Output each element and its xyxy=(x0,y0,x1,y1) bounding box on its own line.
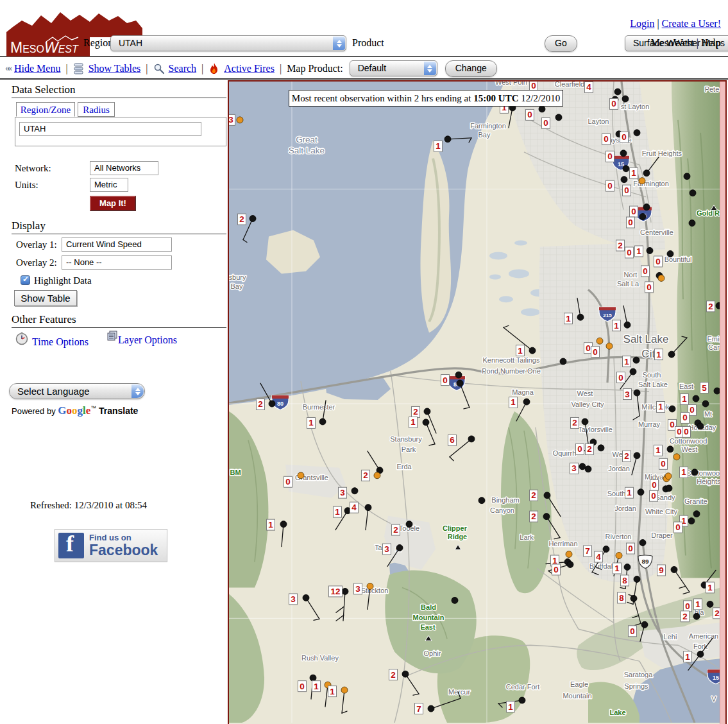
station-dot[interactable] xyxy=(623,166,629,172)
station-dot[interactable] xyxy=(606,343,613,349)
station-dot[interactable] xyxy=(624,564,631,570)
search-link[interactable]: Search xyxy=(169,63,197,74)
station-dot[interactable] xyxy=(269,401,275,407)
station-dot[interactable] xyxy=(402,671,409,677)
station-dot[interactable] xyxy=(457,380,463,386)
time-options-link[interactable]: Time Options xyxy=(32,336,89,348)
station-dot[interactable] xyxy=(374,472,380,479)
station-dot[interactable] xyxy=(668,351,675,358)
go-button[interactable]: Go xyxy=(545,35,577,52)
station-dot[interactable] xyxy=(638,489,644,496)
station-dot[interactable] xyxy=(341,687,348,693)
create-user-link[interactable]: Create a User! xyxy=(662,18,721,29)
station-dot[interactable] xyxy=(622,96,629,102)
station-dot[interactable] xyxy=(428,705,434,712)
station-dot[interactable] xyxy=(342,588,348,594)
station-dot[interactable] xyxy=(478,497,485,504)
station-dot[interactable] xyxy=(639,214,646,220)
station-dot[interactable] xyxy=(667,446,673,452)
show-table-button[interactable]: Show Table xyxy=(14,290,77,306)
station-dot[interactable] xyxy=(643,170,650,177)
station-dot[interactable] xyxy=(634,452,640,459)
layer-options-link[interactable]: Layer Options xyxy=(118,334,177,346)
station-dot[interactable] xyxy=(693,511,700,517)
station-dot[interactable] xyxy=(621,177,627,183)
station-dot[interactable] xyxy=(250,216,256,222)
station-dot[interactable] xyxy=(666,485,672,492)
station-dot[interactable] xyxy=(566,551,572,558)
station-dot[interactable] xyxy=(639,178,645,184)
station-dot[interactable] xyxy=(693,395,699,402)
station-dot[interactable] xyxy=(365,504,371,511)
station-dot[interactable] xyxy=(707,601,713,607)
station-dot[interactable] xyxy=(620,150,627,157)
facebook-badge[interactable]: Find us on Facebook xyxy=(55,529,167,562)
station-dot[interactable] xyxy=(560,358,566,365)
station-dot[interactable] xyxy=(598,445,604,451)
map-it-button[interactable]: Map It! xyxy=(90,196,136,211)
station-dot[interactable] xyxy=(543,513,550,520)
overlay2-select[interactable]: -- None -- xyxy=(62,255,172,270)
station-dot[interactable] xyxy=(633,357,639,363)
station-dot[interactable] xyxy=(396,545,403,551)
map-scroll-strip[interactable] xyxy=(720,82,725,724)
station-dot[interactable] xyxy=(280,521,287,528)
highlight-data-checkbox[interactable] xyxy=(21,275,30,285)
station-dot[interactable] xyxy=(690,190,696,196)
map-container[interactable]: 151521580801589GreatSalt LakeFarmingtonB… xyxy=(228,80,727,724)
hide-menu-link[interactable]: Hide Menu xyxy=(14,63,60,74)
station-dot[interactable] xyxy=(567,562,573,568)
station-dot[interactable] xyxy=(643,204,650,211)
station-dot[interactable] xyxy=(519,697,525,703)
station-dot[interactable] xyxy=(303,594,309,601)
active-fires-link[interactable]: Active Fires xyxy=(224,63,275,74)
station-dot[interactable] xyxy=(298,472,304,479)
map-product-select[interactable]: Default xyxy=(350,60,437,76)
station-dot[interactable] xyxy=(579,463,586,470)
station-dot[interactable] xyxy=(367,583,373,589)
station-dot[interactable] xyxy=(544,492,550,499)
station-dot[interactable] xyxy=(582,418,588,425)
station-dot[interactable] xyxy=(423,419,429,426)
station-dot[interactable] xyxy=(658,275,665,281)
tab-radius[interactable]: Radius xyxy=(78,102,115,117)
station-dot[interactable] xyxy=(671,566,677,573)
station-dot[interactable] xyxy=(577,314,584,320)
map-svg[interactable]: 151521580801589GreatSalt LakeFarmingtonB… xyxy=(229,82,720,723)
tab-region-zone[interactable]: Region/Zone xyxy=(16,102,75,117)
station-dot[interactable] xyxy=(665,473,672,479)
station-dot[interactable] xyxy=(523,399,530,405)
station-dot[interactable] xyxy=(468,436,475,442)
station-dot[interactable] xyxy=(319,418,326,425)
station-dot[interactable] xyxy=(444,136,451,142)
station-dot[interactable] xyxy=(634,576,640,582)
station-dot[interactable] xyxy=(634,130,640,136)
station-dot[interactable] xyxy=(647,247,653,254)
station-dot[interactable] xyxy=(455,372,462,378)
station-dot[interactable] xyxy=(697,423,704,429)
station-dot[interactable] xyxy=(697,651,704,657)
network-select[interactable]: All Networks xyxy=(90,161,158,175)
station-dot[interactable] xyxy=(452,597,458,603)
station-dot[interactable] xyxy=(684,173,690,180)
station-dot[interactable] xyxy=(585,466,591,472)
station-dot[interactable] xyxy=(691,469,698,476)
region-zone-input[interactable]: UTAH xyxy=(19,122,201,136)
station-dot[interactable] xyxy=(351,488,358,494)
station-dot[interactable] xyxy=(529,347,536,354)
station-dot[interactable] xyxy=(539,106,545,112)
station-dot[interactable] xyxy=(673,454,680,460)
station-dot[interactable] xyxy=(597,338,603,344)
station-dot[interactable] xyxy=(702,401,709,407)
region-select[interactable]: UTAH xyxy=(110,35,346,51)
station-dot[interactable] xyxy=(667,250,673,257)
station-dot[interactable] xyxy=(630,368,636,375)
station-dot[interactable] xyxy=(310,675,316,681)
station-dot[interactable] xyxy=(631,595,637,601)
units-select[interactable]: Metric xyxy=(90,178,128,192)
station-dot[interactable] xyxy=(555,114,562,121)
overlay1-select[interactable]: Current Wind Speed xyxy=(62,237,172,252)
station-dot[interactable] xyxy=(688,518,695,524)
station-dot[interactable] xyxy=(237,117,243,123)
station-dot[interactable] xyxy=(634,390,640,396)
